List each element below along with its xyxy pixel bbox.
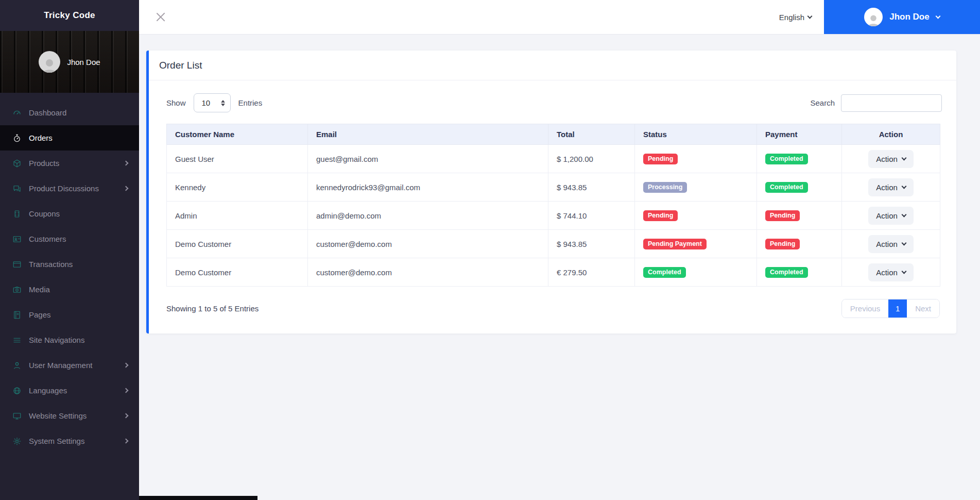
gear-icon [12, 437, 22, 446]
sidebar-item-label: Orders [29, 134, 53, 142]
customer-cell: Guest User [167, 145, 308, 173]
pagination-previous[interactable]: Previous [842, 299, 888, 318]
language-dropdown[interactable]: English [779, 13, 812, 22]
email-cell: guest@gmail.com [308, 145, 548, 173]
globe-icon [12, 386, 22, 395]
chevron-right-icon [124, 413, 129, 419]
customer-cell: Kennedy [167, 173, 308, 202]
status-badge: Pending [643, 154, 678, 164]
sidebar-item-site-navigations[interactable]: Site Navigations [0, 327, 139, 353]
col-action[interactable]: Action [842, 124, 940, 145]
chevron-down-icon [901, 155, 906, 160]
status-badge: Pending [643, 210, 678, 221]
sidebar-item-dashboard[interactable]: Dashboard [0, 100, 139, 125]
chevron-right-icon [124, 363, 129, 368]
action-cell: Action [842, 173, 940, 202]
col-email[interactable]: Email [308, 124, 548, 145]
status-badge: Processing [643, 182, 687, 193]
sidebar-item-media[interactable]: Media [0, 277, 139, 302]
action-button[interactable]: Action [868, 178, 914, 196]
sidebar-item-label: Dashboard [29, 108, 66, 117]
status-badge: Completed [643, 267, 686, 278]
chevron-down-icon [901, 269, 906, 274]
customer-cell: Demo Customer [167, 230, 308, 258]
action-cell: Action [842, 230, 940, 258]
sidebar-item-transactions[interactable]: Transactions [0, 252, 139, 277]
brand-title: Tricky Code [44, 10, 95, 21]
sidebar-user-name: Jhon Doe [67, 58, 100, 66]
table-row: Kennedy kennedyrodrick93@gmail.com $ 943… [167, 173, 940, 202]
sidebar-user-panel: Jhon Doe [0, 31, 139, 93]
status-badge: Pending Payment [643, 239, 707, 249]
entries-summary: Showing 1 to 5 of 5 Entries [166, 304, 259, 313]
camera-icon [12, 285, 22, 294]
payment-badge: Completed [765, 154, 808, 164]
book-icon [12, 310, 22, 320]
pagination-next[interactable]: Next [907, 299, 939, 318]
user-menu[interactable]: Jhon Doe [824, 0, 980, 34]
horizontal-scrollbar[interactable] [139, 496, 257, 500]
payment-cell: Pending [757, 202, 842, 230]
page-title: Order List [159, 60, 946, 71]
action-button-label: Action [876, 183, 898, 192]
col-status[interactable]: Status [635, 124, 757, 145]
status-cell: Processing [635, 173, 757, 202]
main-area: English Jhon Doe Order List Show 10 [139, 0, 980, 500]
chevron-down-icon [935, 14, 940, 19]
sidebar-item-label: Pages [29, 310, 51, 319]
sidebar-item-label: Transactions [29, 260, 73, 269]
sidebar-item-pages[interactable]: Pages [0, 302, 139, 327]
col-customer-name[interactable]: Customer Name [167, 124, 308, 145]
sidebar-item-label: User Management [29, 361, 92, 370]
sidebar-item-product-discussions[interactable]: Product Discussions [0, 176, 139, 201]
customer-cell: Admin [167, 202, 308, 230]
chevron-down-icon [901, 240, 906, 245]
action-button-label: Action [876, 268, 898, 277]
sidebar-item-customers[interactable]: Customers [0, 226, 139, 252]
show-label: Show [166, 98, 186, 107]
email-cell: kennedyrodrick93@gmail.com [308, 173, 548, 202]
payment-cell: Completed [757, 145, 842, 173]
col-total[interactable]: Total [548, 124, 635, 145]
menu-lines-icon [12, 336, 22, 345]
action-button[interactable]: Action [868, 235, 914, 253]
search-label: Search [810, 98, 835, 107]
action-button[interactable]: Action [868, 263, 914, 281]
chat-icon [12, 184, 22, 193]
search-input[interactable] [841, 94, 942, 112]
close-icon[interactable] [154, 11, 167, 23]
sidebar-item-orders[interactable]: Orders [0, 125, 139, 151]
table-row: Guest User guest@gmail.com $ 1,200.00 Pe… [167, 145, 940, 173]
order-list-card: Order List Show 10 Entries Search [146, 51, 956, 334]
person-icon [12, 361, 22, 370]
sidebar-item-label: Site Navigations [29, 336, 84, 344]
payment-cell: Completed [757, 258, 842, 287]
page-size-value: 10 [202, 98, 211, 107]
sidebar-item-coupons[interactable]: Coupons [0, 201, 139, 226]
payment-cell: Pending [757, 230, 842, 258]
stopwatch-icon [12, 134, 22, 143]
sidebar-item-system-settings[interactable]: System Settings [0, 428, 139, 454]
pagination: Previous 1 Next [841, 299, 940, 318]
chevron-right-icon [124, 439, 129, 444]
email-cell: customer@demo.com [308, 230, 548, 258]
sidebar-item-languages[interactable]: Languages [0, 378, 139, 403]
status-cell: Pending [635, 145, 757, 173]
sidebar-item-products[interactable]: Products [0, 151, 139, 176]
action-button[interactable]: Action [868, 150, 914, 168]
total-cell: $ 744.10 [548, 202, 635, 230]
action-button-label: Action [876, 240, 898, 248]
language-label: English [779, 13, 804, 22]
page-size-select[interactable]: 10 [194, 93, 231, 112]
table-row: Demo Customer customer@demo.com € 279.50… [167, 258, 940, 287]
gauge-icon [12, 108, 22, 118]
sidebar-item-label: Languages [29, 386, 67, 395]
chevron-down-icon [901, 212, 906, 217]
table-row: Demo Customer customer@demo.com $ 943.85… [167, 230, 940, 258]
sidebar-item-user-management[interactable]: User Management [0, 353, 139, 378]
col-payment[interactable]: Payment [757, 124, 842, 145]
sidebar-item-website-settings[interactable]: Website Settings [0, 403, 139, 428]
topbar: English Jhon Doe [139, 0, 980, 35]
pagination-page-1[interactable]: 1 [888, 299, 907, 318]
action-button[interactable]: Action [868, 207, 914, 225]
